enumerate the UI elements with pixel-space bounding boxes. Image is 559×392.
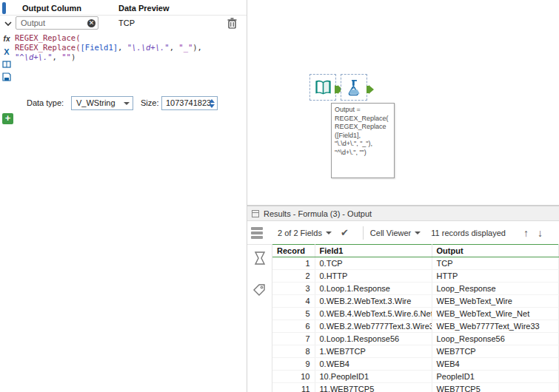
save-expression-icon[interactable] <box>1 71 13 82</box>
results-body: RecordField1Output 10.TCPTCP20.HTTPHTTP3… <box>247 244 559 392</box>
output-cell[interactable]: WEB7TCP <box>432 345 559 358</box>
table-row[interactable]: 10.TCPTCP <box>272 257 559 270</box>
tool-annotation-tooltip: Output =REGEX_Replace(REGEX_Replace([Fie… <box>331 103 395 178</box>
column-header-record[interactable]: Record <box>272 245 315 257</box>
output-cell[interactable]: WEB_Web7777Text_Wire33 <box>432 320 559 333</box>
output-field-row: Output ✕ TCP <box>0 16 247 31</box>
cell-viewer-dropdown[interactable]: Cell Viewer <box>370 229 421 237</box>
field1-cell[interactable]: 11.WEB7TCP5 <box>315 383 432 392</box>
record-cell[interactable]: 8 <box>272 345 315 358</box>
output-column-value: Output <box>21 18 45 27</box>
results-window-icon <box>252 210 259 217</box>
add-column-button[interactable]: + <box>2 113 13 124</box>
output-cell[interactable]: WEB_WebText_Wire <box>432 295 559 308</box>
formula-tool[interactable] <box>341 74 367 101</box>
record-cell[interactable]: 6 <box>272 320 315 333</box>
chevron-down-icon <box>124 102 130 105</box>
field1-cell[interactable]: 10.PeopleID1 <box>315 371 432 383</box>
size-label: Size: <box>141 98 158 107</box>
table-row[interactable]: 1010.PeopleID1PeopleID1 <box>272 371 559 383</box>
tooltip-line: Output = <box>335 106 391 115</box>
header-divider <box>0 15 247 16</box>
workflow-canvas[interactable]: Output =REGEX_Replace(REGEX_Replace([Fie… <box>247 0 559 204</box>
fields-dropdown[interactable]: 2 of 2 Fields <box>278 229 332 237</box>
record-cell[interactable]: 5 <box>272 308 315 320</box>
results-toolbar: 2 of 2 Fields ✔ Cell Viewer 11 records d… <box>247 221 559 245</box>
tooltip-line: ([Field1], <box>335 132 391 141</box>
up-arrow-icon[interactable]: ↑ <box>523 228 529 238</box>
down-arrow-icon[interactable]: ↓ <box>538 228 543 238</box>
column-header-output[interactable]: Output <box>432 245 559 257</box>
size-value: 1073741823 <box>166 98 211 107</box>
input-anchor-icon[interactable] <box>335 84 341 97</box>
formula-editor-icon-strip: fx X <box>1 33 13 84</box>
table-row[interactable]: 70.Loop.1.Response56Loop_Response56 <box>272 333 559 345</box>
book-icon <box>313 78 333 98</box>
output-cell[interactable]: TCP <box>432 257 559 270</box>
results-side-strip <box>247 244 272 392</box>
field1-cell[interactable]: 0.WEB.2.WebText.3.Wire <box>315 295 432 308</box>
field1-cell[interactable]: 0.Loop.1.Response <box>315 283 432 295</box>
output-anchor-icon[interactable] <box>366 84 374 97</box>
code-token: "_" <box>178 43 193 52</box>
record-cell[interactable]: 10 <box>272 371 315 383</box>
output-cell[interactable]: WEB4 <box>432 358 559 371</box>
data-preview-header: Data Preview <box>118 4 169 13</box>
output-cell[interactable]: WEB_WebText_Wire_Net <box>432 308 559 320</box>
chevron-down-icon[interactable] <box>2 18 14 30</box>
table-row[interactable]: 30.Loop.1.ResponseLoop_Response <box>272 283 559 295</box>
step-down-icon <box>209 104 215 108</box>
data-type-dropdown[interactable]: V_WString <box>71 96 133 110</box>
table-row[interactable]: 50.WEB.4.WebText.5.Wire.6.NetWEB_WebText… <box>272 308 559 320</box>
clear-icon[interactable]: ✕ <box>87 19 96 27</box>
field1-cell[interactable]: 0.TCP <box>315 257 432 270</box>
metadata-tag-icon[interactable] <box>252 283 267 302</box>
code-token: , <box>118 43 127 52</box>
table-row[interactable]: 1111.WEB7TCP5WEB7TCP5 <box>272 383 559 392</box>
output-cell[interactable]: Loop_Response56 <box>432 333 559 345</box>
code-token: REGEX_Replace( <box>15 33 81 42</box>
record-cell[interactable]: 9 <box>272 358 315 371</box>
results-panel: Results - Formula (3) - Output 2 of 2 Fi… <box>247 205 559 392</box>
record-cell[interactable]: 3 <box>272 283 315 295</box>
field1-cell[interactable]: 0.WEB.2.Web7777Text.3.Wire33 <box>315 320 432 333</box>
data-type-row: Data type: V_WString Size: 1073741823 <box>0 95 247 112</box>
field1-cell[interactable]: 0.HTTP <box>315 270 432 283</box>
table-row[interactable]: 60.WEB.2.Web7777Text.3.Wire33WEB_Web7777… <box>272 320 559 333</box>
output-cell[interactable]: WEB7TCP5 <box>432 383 559 392</box>
field1-cell[interactable]: 1.WEB7TCP <box>315 345 432 358</box>
functions-icon[interactable]: fx <box>1 33 13 44</box>
field1-cell[interactable]: 0.Loop.1.Response56 <box>315 333 432 345</box>
data-view-icon[interactable] <box>252 250 267 269</box>
code-token: ) <box>71 53 76 61</box>
variables-icon[interactable]: X <box>1 46 13 57</box>
record-cell[interactable]: 4 <box>272 295 315 308</box>
output-cell[interactable]: Loop_Response <box>432 283 559 295</box>
apply-check-icon[interactable]: ✔ <box>341 227 349 238</box>
record-cell[interactable]: 1 <box>272 257 315 270</box>
results-title: Results - Formula (3) - Output <box>264 209 372 218</box>
grid-view-icon[interactable] <box>251 225 267 241</box>
formula-code-line: "^\d+\.", "") <box>15 53 244 62</box>
output-cell[interactable]: HTTP <box>432 270 559 283</box>
table-row[interactable]: 81.WEB7TCPWEB7TCP <box>272 345 559 358</box>
step-up-icon <box>209 99 215 103</box>
field1-cell[interactable]: 0.WEB4 <box>315 358 432 371</box>
trash-icon[interactable] <box>227 17 238 30</box>
record-cell[interactable]: 7 <box>272 333 315 345</box>
record-cell[interactable]: 11 <box>272 383 315 392</box>
column-header-field1[interactable]: Field1 <box>315 245 432 257</box>
text-input-tool[interactable] <box>309 74 336 101</box>
table-row[interactable]: 40.WEB.2.WebText.3.WireWEB_WebText_Wire <box>272 295 559 308</box>
output-column-input[interactable]: Output ✕ <box>16 16 98 30</box>
constants-icon[interactable] <box>1 58 13 70</box>
table-row[interactable]: 90.WEB4WEB4 <box>272 358 559 371</box>
output-cell[interactable]: PeopleID1 <box>432 371 559 383</box>
size-input[interactable]: 1073741823 <box>161 96 218 110</box>
formula-expression-editor[interactable]: REGEX_Replace(REGEX_Replace([Field1], "\… <box>15 33 244 92</box>
field1-cell[interactable]: 0.WEB.4.WebText.5.Wire.6.Net <box>315 308 432 320</box>
records-displayed-text: 11 records displayed <box>431 229 506 237</box>
table-row[interactable]: 20.HTTPHTTP <box>272 270 559 283</box>
size-stepper[interactable] <box>207 98 216 109</box>
record-cell[interactable]: 2 <box>272 270 315 283</box>
